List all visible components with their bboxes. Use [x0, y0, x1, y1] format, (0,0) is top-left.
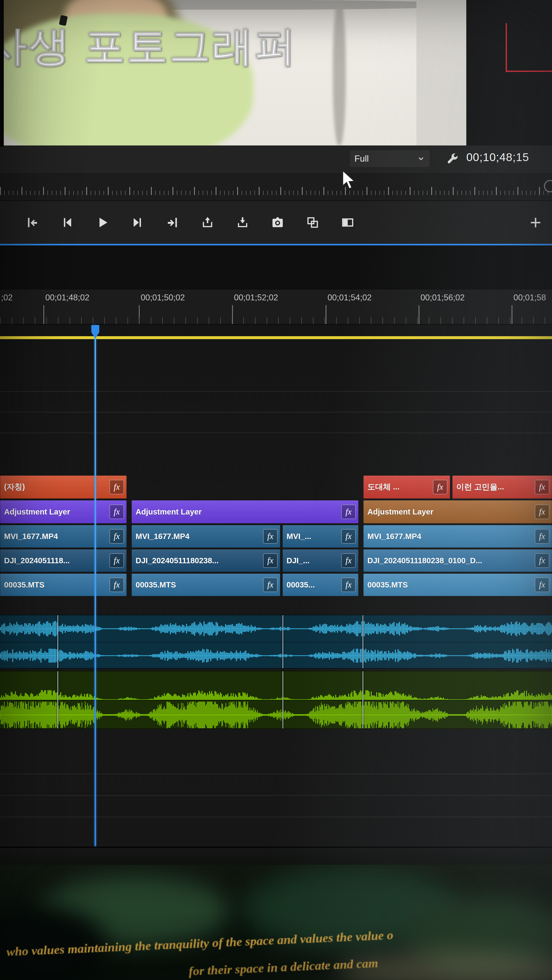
timeline-header-gap: [0, 245, 552, 290]
ruler-timecode-label: ;02: [1, 293, 13, 302]
lift-button[interactable]: [198, 213, 217, 232]
ruler-timecode-label: 00;01;58: [514, 293, 546, 302]
photo-edge-shadow: [0, 0, 4, 147]
transport-bar: [0, 201, 552, 244]
zoom-level-dropdown[interactable]: Full: [349, 150, 430, 167]
multi-view-icon: [306, 215, 320, 229]
lift-icon: [201, 215, 215, 229]
step-back-icon: [61, 215, 74, 229]
work-area-bar[interactable]: [0, 336, 552, 339]
preview-dark-margin: [466, 0, 552, 145]
export-frame-button[interactable]: [268, 213, 287, 232]
ruler-timecode-label: 00;01;48;02: [45, 293, 89, 302]
extract-icon: [236, 215, 250, 229]
monitor-bottom-bezel: [0, 848, 552, 865]
step-forward-button[interactable]: [128, 213, 147, 232]
timeline-ruler[interactable]: ;0200;01;48;0200;01;50;0200;01;52;0200;0…: [0, 290, 552, 325]
empty-audio-track-line: [0, 774, 552, 774]
step-back-button[interactable]: [58, 213, 77, 232]
button-editor-add-button[interactable]: +: [523, 201, 548, 244]
program-timecode: 00;10;48;15: [466, 151, 529, 164]
step-forward-icon: [131, 215, 144, 229]
go-to-in-button[interactable]: [22, 213, 42, 232]
play-icon: [96, 215, 109, 229]
zoom-level-value: Full: [354, 154, 369, 164]
wrench-icon: [446, 153, 459, 165]
extract-button[interactable]: [233, 213, 252, 232]
empty-audio-track-line: [0, 817, 552, 817]
premiere-pro-timeline-screenshot: 사생 포토그래퍼 Full 00;10;48;15 + ;0200;01;48;…: [0, 0, 552, 980]
timeline-tracks-background: [0, 325, 552, 846]
ruler-major-ticks: [0, 187, 552, 195]
go-to-out-icon: [166, 215, 180, 229]
camera-icon: [271, 215, 285, 229]
comparison-view-button[interactable]: [338, 213, 357, 232]
photo-background: who values maintaining the tranquility o…: [0, 865, 552, 980]
safe-margin-vertical-line: [506, 23, 507, 72]
ruler-timecode-label: 00;01;56;02: [420, 293, 465, 302]
program-monitor-preview: 사생 포토그래퍼: [0, 0, 552, 145]
comparison-icon: [341, 215, 355, 229]
monitor-scrub-ruler[interactable]: [0, 174, 552, 201]
empty-video-track-line: [0, 391, 552, 392]
safe-margin-horizontal-line: [506, 71, 552, 72]
mouse-cursor-icon: [340, 170, 358, 192]
empty-audio-track-line: [0, 795, 552, 796]
play-button[interactable]: [93, 213, 112, 232]
go-to-out-button[interactable]: [163, 213, 182, 232]
ruler-timecode-label: 00;01;54;02: [327, 293, 372, 302]
chevron-down-icon: [417, 154, 425, 163]
preview-caption-overlay: 사생 포토그래퍼: [0, 19, 460, 74]
go-to-in-icon: [26, 215, 39, 229]
monitor-settings-button[interactable]: [444, 151, 461, 167]
playhead-line[interactable]: [95, 325, 96, 846]
multi-view-button[interactable]: [303, 213, 322, 232]
empty-video-track-line: [0, 412, 552, 412]
ruler-timecode-label: 00;01;52;02: [234, 293, 278, 302]
empty-video-track-line: [0, 433, 552, 433]
ruler-timecode-label: 00;01;50;02: [141, 293, 185, 302]
timeline-panel-focus-border: [0, 244, 552, 245]
